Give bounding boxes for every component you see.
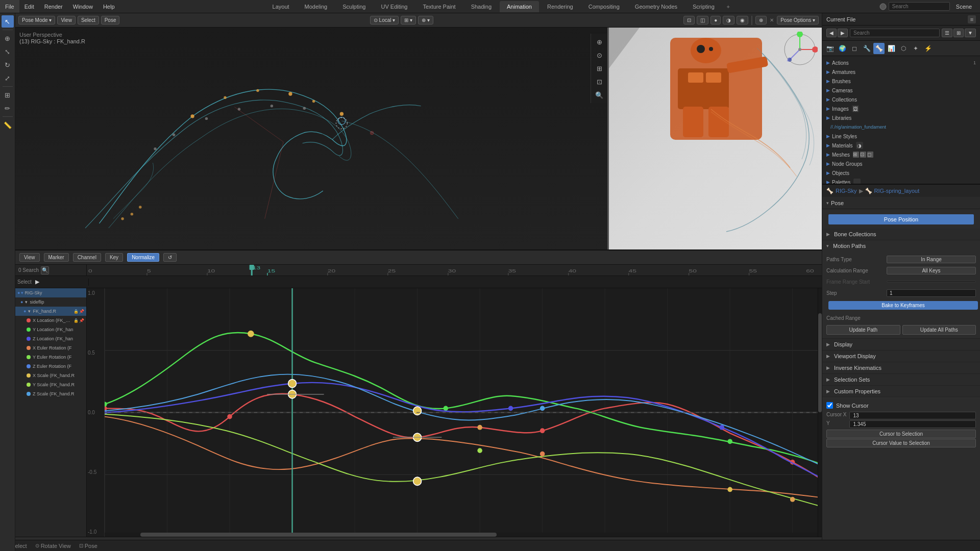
tree-library-path[interactable]: //./rig/animation_fundament — [822, 122, 980, 132]
channel-item-xscale[interactable]: X Scale (FK_hand.R — [15, 371, 86, 380]
viewport-pivot-btn[interactable]: ⊕ ▾ — [418, 16, 433, 24]
show-cursor-checkbox[interactable] — [826, 402, 833, 409]
bone-collections-header[interactable]: ▶ Bone Collections — [822, 229, 980, 240]
graph-hscrollbar-thumb[interactable] — [140, 533, 497, 537]
viewport-pose-btn[interactable]: Pose — [101, 16, 120, 24]
menu-help[interactable]: Help — [98, 0, 120, 13]
tree-objects[interactable]: ▶ Objects — [822, 168, 980, 178]
prop-scene-icon[interactable]: 📷 — [824, 43, 836, 54]
tool-scale[interactable]: ⤢ — [2, 72, 14, 84]
menu-render[interactable]: Render — [39, 0, 68, 13]
timeline-marker-btn[interactable]: Marker — [44, 253, 69, 262]
display-header[interactable]: ▶ Display — [822, 339, 980, 350]
viewport-overlay-btn[interactable]: ⊡ — [683, 16, 695, 24]
pose-section-header[interactable]: ▾ Pose — [822, 197, 980, 209]
ab-filter-btn[interactable]: ▼ — [965, 29, 976, 37]
graph-vscrollbar-thumb[interactable] — [818, 313, 822, 413]
tab-uv-editing[interactable]: UV Editing — [374, 1, 414, 12]
cursor-value-to-selection-btn[interactable]: Cursor Value to Selection — [826, 439, 976, 447]
pose-position-btn[interactable]: Pose Position — [828, 214, 974, 224]
viewport-mode-btn[interactable]: Pose Mode ▾ — [18, 16, 55, 24]
menu-edit[interactable]: Edit — [19, 0, 39, 13]
graph-hscrollbar[interactable] — [105, 533, 818, 537]
tab-texture-paint[interactable]: Texture Paint — [415, 1, 462, 12]
bake-to-btn[interactable]: Bake to Keyframes — [828, 301, 978, 310]
tool-rotate[interactable]: ↻ — [2, 59, 14, 71]
tool-annotate[interactable]: ✏ — [2, 102, 14, 114]
prop-data-icon[interactable]: 📊 — [886, 43, 897, 54]
cursor-x-value[interactable]: 13 — [849, 412, 976, 419]
viewport-solid-btn[interactable]: ● — [710, 16, 721, 24]
prop-particle-icon[interactable]: ✦ — [910, 43, 921, 54]
prop-material-icon[interactable]: ⬡ — [898, 43, 909, 54]
tree-materials[interactable]: ▶ Materials ◑ — [822, 141, 980, 150]
prop-object-icon[interactable]: ◻ — [849, 43, 860, 54]
tree-meshes[interactable]: ▶ Meshes ⊞ ⊡ ◻ — [822, 150, 980, 159]
viewport-options-btn[interactable]: Pose Options ▾ — [777, 16, 819, 24]
viewport-split-handle[interactable] — [607, 13, 609, 249]
vp-tool-2[interactable]: ⊙ — [593, 49, 605, 61]
channel-item-yeuler[interactable]: Y Euler Rotation (F — [15, 353, 86, 362]
tab-modeling[interactable]: Modeling — [298, 1, 335, 12]
ab-forward-btn[interactable]: ▶ — [838, 29, 848, 37]
ik-header[interactable]: ▶ Inverse Kinematics — [822, 362, 980, 373]
channel-item-yloc[interactable]: Y Location (FK_han — [15, 325, 86, 334]
menu-window[interactable]: Window — [68, 0, 98, 13]
cursor-to-selection-btn[interactable]: Cursor to Selection — [826, 430, 976, 438]
tool-move[interactable]: ⤡ — [2, 45, 14, 58]
viewport-render-btn[interactable]: ◉ — [737, 16, 748, 24]
tab-animation[interactable]: Animation — [500, 1, 539, 12]
graph-search-btn[interactable]: 🔍 — [41, 266, 49, 274]
prop-world-icon[interactable]: 🌍 — [837, 43, 848, 54]
breadcrumb-rig-sky[interactable]: RIG-Sky — [836, 188, 857, 194]
channel-item-yscale[interactable]: Y Scale (FK_hand.R — [15, 380, 86, 389]
tree-cameras[interactable]: ▶ Cameras — [822, 86, 980, 95]
tree-libraries[interactable]: ▶ Libraries — [822, 113, 980, 122]
tree-collections[interactable]: ▶ Collections — [822, 95, 980, 104]
calc-range-dropdown[interactable]: All Keys — [887, 267, 976, 274]
tree-node-groups[interactable]: ▶ Node Groups — [822, 159, 980, 168]
viewport-xray-btn[interactable]: ◫ — [697, 16, 708, 24]
tab-shading[interactable]: Shading — [464, 1, 499, 12]
tree-brushes[interactable]: ▶ Brushes — [822, 77, 980, 86]
prop-bone-icon[interactable]: 🦴 — [873, 43, 885, 54]
timeline-normalize-btn[interactable]: Normalize — [127, 253, 159, 262]
selection-sets-header[interactable]: ▶ Selection Sets — [822, 374, 980, 385]
tool-transform[interactable]: ⊞ — [2, 89, 14, 101]
viewport-select-btn[interactable]: Select — [78, 16, 99, 24]
breadcrumb-spring-layout[interactable]: RIG-spring_layout — [874, 188, 920, 194]
tree-palettes[interactable]: ▶ Palettes — [822, 178, 980, 184]
channel-item-xloc[interactable]: X Location (FK_han 🔒 📌 — [15, 316, 86, 325]
channel-item-zscale[interactable]: Z Scale (FK_hand.R — [15, 389, 86, 398]
timeline-channel-btn[interactable]: Channel — [73, 253, 101, 262]
channel-arrow-btn[interactable]: ▶ — [34, 279, 41, 286]
cursor-y-value[interactable]: 1.345 — [849, 420, 976, 428]
tool-select[interactable]: ↖ — [2, 15, 14, 28]
channel-item-zloc[interactable]: Z Location (FK_han — [15, 334, 86, 343]
graph-vscrollbar[interactable] — [818, 288, 822, 537]
tool-measure[interactable]: 📏 — [2, 119, 14, 131]
update-all-paths-btn[interactable]: Update All Paths — [902, 325, 976, 335]
tab-layout[interactable]: Layout — [265, 1, 297, 12]
tab-sculpting[interactable]: Sculpting — [335, 1, 373, 12]
rp-filter-icon[interactable]: ≡ — [968, 15, 976, 23]
channel-item-fkhand[interactable]: ● ▾ FK_hand.R 🔒 📌 — [15, 307, 86, 316]
vp-tool-3[interactable]: ⊞ — [593, 62, 605, 74]
ab-grid-view-btn[interactable]: ⊞ — [953, 29, 964, 37]
vp-tool-4[interactable]: ⊡ — [593, 76, 605, 88]
menu-file[interactable]: File — [0, 0, 19, 13]
viewport-gizmo-btn[interactable]: ⊕ — [755, 16, 767, 24]
tab-geometry-nodes[interactable]: Geometry Nodes — [628, 1, 684, 12]
timeline-key-btn[interactable]: Key — [105, 253, 123, 262]
viewport-view-btn[interactable]: View — [57, 16, 76, 24]
tree-line-styles[interactable]: ▶ Line Styles — [822, 132, 980, 141]
tab-rendering[interactable]: Rendering — [540, 1, 580, 12]
viewport-local-btn[interactable]: ⊙ Local ▾ — [370, 16, 399, 24]
vp-tool-5[interactable]: 🔍 — [593, 89, 605, 101]
viewport-material-btn[interactable]: ◑ — [723, 16, 734, 24]
asset-search-input[interactable] — [850, 29, 940, 37]
timeline-normalize-extra-btn[interactable]: ↺ — [163, 253, 177, 262]
viewport-transform-btn[interactable]: ⊞ ▾ — [401, 16, 416, 24]
channel-item-sideflip[interactable]: ● ▾ sideflip — [15, 297, 86, 307]
channel-item-zeuler[interactable]: Z Euler Rotation (F — [15, 362, 86, 371]
